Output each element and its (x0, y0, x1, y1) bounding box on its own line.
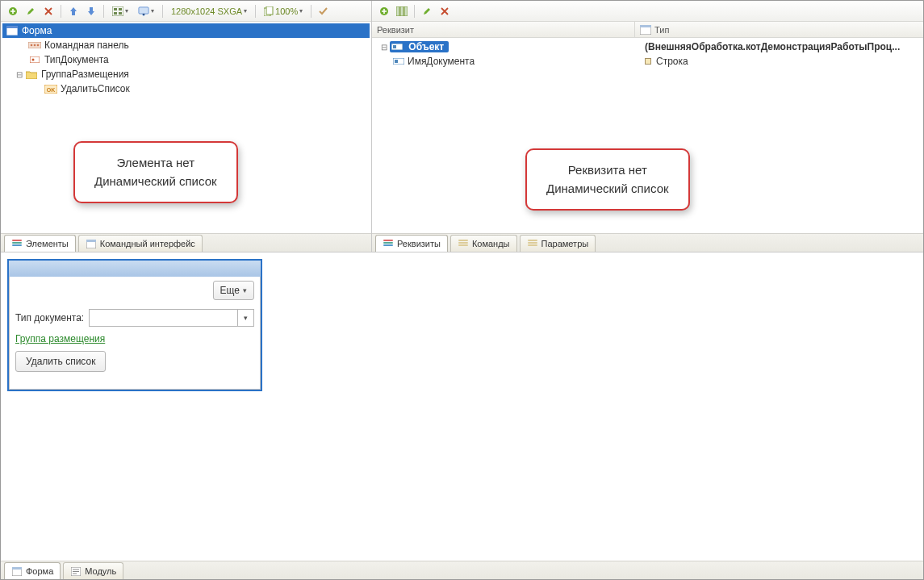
delete-list-button[interactable]: Удалить список (15, 351, 106, 372)
chevron-down-icon: ▾ (151, 7, 154, 15)
attribute-row-object[interactable]: ⊟ Объект (ВнешняяОбработка.котДемонстрац… (374, 40, 922, 54)
tab-form[interactable]: Форма (4, 562, 61, 579)
preview-body: Тип документа: ▾ Группа размещения Удали… (9, 304, 261, 377)
svg-rect-27 (640, 25, 651, 27)
svg-rect-4 (114, 12, 117, 15)
resolution-dropdown[interactable]: 1280x1024 SXGA ▾ (168, 6, 250, 16)
collapse-icon[interactable]: ⊟ (14, 70, 25, 79)
monitor-dropdown[interactable]: ▾ (135, 6, 157, 16)
form-preview-area: Еще ▾ Тип документа: ▾ Группа размещения… (1, 252, 923, 561)
col-attribute-header[interactable]: Реквизит (372, 22, 635, 37)
tab-commands[interactable]: Команды (450, 235, 517, 252)
form-icon (640, 25, 651, 35)
delete-icon[interactable] (437, 4, 452, 19)
footer-tabbar: Форма Модуль (1, 561, 923, 579)
svg-rect-2 (114, 8, 117, 10)
separator (103, 5, 104, 18)
callout-line: Реквизита нет (546, 161, 669, 180)
delete-icon[interactable] (41, 4, 56, 19)
elements-tree[interactable]: Форма Командная панель ТипДокумента ⊟ Гр… (1, 22, 371, 233)
tab-label: Параметры (541, 239, 589, 248)
attr-type: (ВнешняяОбработка.котДемонстрацияРаботыП… (645, 41, 900, 52)
svg-rect-11 (6, 26, 18, 28)
chevron-down-icon[interactable]: ▾ (237, 310, 253, 326)
tree-label: Форма (22, 25, 52, 36)
callout-line: Элемента нет (94, 154, 217, 173)
tree-item-tip-dokumenta[interactable]: ТипДокумента (2, 52, 370, 67)
doc-type-input[interactable] (90, 310, 237, 326)
collapse-icon[interactable]: ⊟ (378, 43, 390, 52)
svg-rect-25 (404, 6, 408, 16)
doc-type-row: Тип документа: ▾ (15, 309, 254, 327)
prop-icon (391, 44, 403, 50)
tree-label: ТипДокумента (44, 54, 109, 65)
grid-icon (112, 6, 123, 16)
col-type-header[interactable]: Тип (635, 22, 923, 37)
preview-toolbar: Еще ▾ (9, 277, 261, 304)
tree-root-form[interactable]: Форма (2, 23, 370, 38)
attributes-panel: Реквизит Тип ⊟ Объект (ВнешняяОбработка.… (372, 1, 923, 252)
tree-label: Командная панель (44, 40, 129, 51)
svg-point-15 (37, 44, 40, 47)
doc-type-field[interactable]: ▾ (89, 309, 254, 327)
attribute-row-imya-dokumenta[interactable]: ИмяДокумента Строка (374, 54, 922, 69)
svg-rect-23 (396, 6, 399, 16)
svg-point-17 (32, 59, 35, 61)
svg-rect-24 (400, 6, 403, 16)
tab-elements[interactable]: Элементы (4, 235, 76, 252)
button-label: Еще (220, 285, 240, 296)
zoom-label: 100% (275, 6, 298, 16)
svg-rect-3 (119, 8, 122, 10)
elements-panel: ▾ ▾ 1280x1024 SXGA ▾ 100% ▾ Фо (1, 1, 372, 252)
edit-icon[interactable] (23, 4, 38, 19)
button-label: Удалить список (26, 356, 95, 367)
form-icon (86, 238, 97, 249)
more-button[interactable]: Еще ▾ (213, 281, 254, 300)
svg-rect-7 (140, 8, 148, 13)
columns-icon[interactable] (395, 4, 409, 19)
view-dropdown[interactable]: ▾ (109, 6, 132, 16)
separator (414, 5, 415, 18)
zoom-dropdown[interactable]: 100% ▾ (261, 6, 306, 16)
svg-rect-33 (12, 567, 22, 570)
preview-titlebar (9, 261, 261, 277)
add-icon[interactable] (377, 4, 391, 19)
svg-rect-29 (393, 45, 396, 48)
form-icon (11, 565, 23, 577)
tab-module[interactable]: Модуль (63, 562, 123, 579)
tab-attributes[interactable]: Реквизиты (375, 235, 448, 252)
separator (162, 5, 163, 18)
up-icon[interactable] (66, 4, 81, 19)
chevron-down-icon: ▾ (244, 7, 247, 15)
tab-command-interface[interactable]: Командный интерфейс (78, 235, 203, 252)
tree-item-command-panel[interactable]: Командная панель (2, 38, 370, 52)
monitor-icon (138, 6, 149, 16)
lines-icon (11, 238, 23, 249)
attributes-grid[interactable]: ⊟ Объект (ВнешняяОбработка.котДемонстрац… (372, 38, 923, 233)
tree-item-group[interactable]: ⊟ ГруппаРазмещения (2, 67, 370, 81)
svg-rect-21 (86, 240, 96, 242)
tab-parameters[interactable]: Параметры (520, 235, 596, 252)
module-icon (70, 565, 82, 577)
prop-icon (393, 58, 404, 65)
right-tabbar: Реквизиты Команды Параметры (372, 233, 923, 252)
callout-missing-attribute: Реквизита нет Динамический список (525, 148, 690, 211)
tree-item-delete-list[interactable]: OK УдалитьСписок (2, 81, 370, 96)
group-placement-link[interactable]: Группа размещения (15, 333, 254, 344)
down-icon[interactable] (84, 4, 98, 19)
callout-line: Динамический список (94, 173, 217, 191)
edit-icon[interactable] (420, 4, 434, 19)
svg-rect-9 (266, 6, 273, 15)
separator (255, 5, 256, 18)
field-icon (28, 54, 41, 65)
lines-icon (527, 238, 538, 249)
separator (311, 5, 311, 18)
chevron-down-icon: ▾ (125, 7, 128, 15)
svg-text:OK: OK (47, 86, 56, 92)
check-icon[interactable] (316, 4, 331, 19)
add-icon[interactable] (6, 4, 20, 19)
doc-type-label: Тип документа: (15, 312, 84, 323)
svg-point-14 (34, 44, 36, 47)
separator (61, 5, 61, 18)
tab-label: Элементы (26, 239, 69, 248)
